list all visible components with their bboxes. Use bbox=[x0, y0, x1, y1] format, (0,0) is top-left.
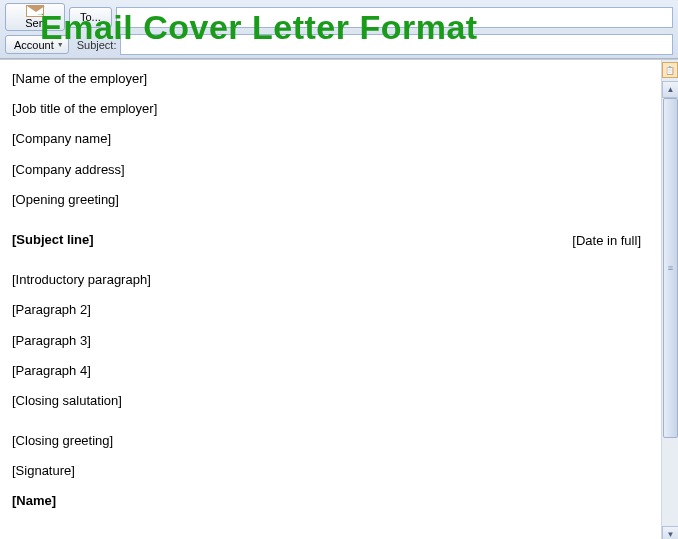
scroll-up-button[interactable]: ▲ bbox=[662, 81, 678, 98]
scroll-down-button[interactable]: ▼ bbox=[662, 526, 678, 539]
to-input[interactable] bbox=[116, 7, 673, 28]
scroll-thumb[interactable] bbox=[663, 98, 678, 438]
body-line: [Signature] bbox=[12, 462, 649, 480]
body-line: [Name of the employer] bbox=[12, 70, 649, 88]
subject-line: [Subject line] bbox=[12, 231, 649, 249]
body-line: [Company name] bbox=[12, 130, 649, 148]
body-line: [Paragraph 3] bbox=[12, 332, 649, 350]
body-line: [Job title of the employer] bbox=[12, 100, 649, 118]
subject-label: Subject: bbox=[77, 39, 117, 51]
name-line: [Name] bbox=[12, 492, 649, 510]
body-line: [Closing greeting] bbox=[12, 432, 649, 450]
subject-input[interactable] bbox=[120, 34, 673, 55]
body-line: [Paragraph 4] bbox=[12, 362, 649, 380]
message-body[interactable]: [Name of the employer] [Job title of the… bbox=[0, 60, 661, 539]
chevron-down-icon: ▼ bbox=[57, 41, 64, 48]
to-button[interactable]: To... bbox=[69, 7, 112, 28]
body-line: [Company address] bbox=[12, 161, 649, 179]
body-container: [Name of the employer] [Job title of the… bbox=[0, 59, 678, 539]
envelope-icon bbox=[26, 5, 44, 17]
compose-header: Sen To... Account ▼ Subject: bbox=[0, 0, 678, 59]
body-line: [Opening greeting] bbox=[12, 191, 649, 209]
body-line: [Closing salutation] bbox=[12, 392, 649, 410]
body-line: [Introductory paragraph] bbox=[12, 271, 649, 289]
vertical-scrollbar[interactable]: 📋 ▲ ▼ bbox=[661, 60, 678, 539]
body-line: [Paragraph 2] bbox=[12, 301, 649, 319]
paste-options-icon[interactable]: 📋 bbox=[662, 62, 678, 78]
date-line: [Date in full] bbox=[572, 232, 641, 250]
send-button[interactable]: Sen bbox=[5, 3, 65, 31]
account-button[interactable]: Account ▼ bbox=[5, 35, 69, 54]
